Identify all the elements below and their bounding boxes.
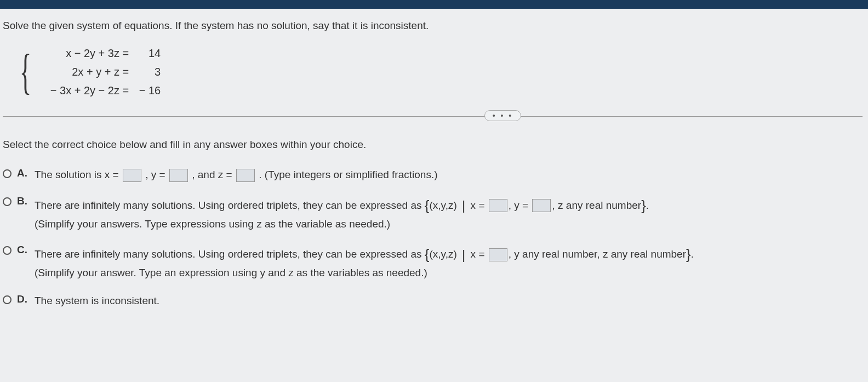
label-b: B. xyxy=(17,195,29,207)
b-close-brace: } xyxy=(641,197,646,214)
choice-instruction: Select the correct choice below and fill… xyxy=(3,139,863,151)
section-divider: • • • xyxy=(3,116,863,117)
a-post: . (Type integers or simplified fractions… xyxy=(259,169,437,180)
b-xeq: x = xyxy=(467,199,484,210)
c-input-x[interactable] xyxy=(489,248,507,261)
c-pre: There are infinitely many solutions. Usi… xyxy=(35,248,425,260)
b-tail: , z any real number xyxy=(552,199,641,210)
radio-d[interactable] xyxy=(3,295,12,304)
divider-line xyxy=(3,116,863,117)
question-prompt: Solve the given system of equations. If … xyxy=(3,20,863,32)
question-content: Solve the given system of equations. If … xyxy=(0,9,868,332)
choice-c: C. There are infinitely many solutions. … xyxy=(3,244,863,281)
c-line2: (Simplify your answer. Type an expressio… xyxy=(35,267,427,278)
radio-a[interactable] xyxy=(3,169,12,178)
radio-c[interactable] xyxy=(3,246,12,255)
expand-button[interactable]: • • • xyxy=(484,110,521,121)
choice-a: A. The solution is x = , y = , and z = .… xyxy=(3,167,863,183)
a-mid1: , y = xyxy=(145,169,165,180)
b-bar: | xyxy=(462,198,465,213)
label-a: A. xyxy=(17,167,29,179)
label-d: D. xyxy=(17,293,29,305)
body-d: The system is inconsistent. xyxy=(35,293,863,309)
equation-1: x − 2y + 3z = 14 xyxy=(45,44,161,62)
b-input-x[interactable] xyxy=(489,199,507,212)
equations-block: x − 2y + 3z = 14 2x + y + z = 3 − 3x + 2… xyxy=(45,44,161,100)
b-open-brace: { xyxy=(425,197,430,214)
a-input-y[interactable] xyxy=(169,169,188,182)
a-pre: The solution is x = xyxy=(35,169,119,180)
body-a: The solution is x = , y = , and z = . (T… xyxy=(35,167,863,183)
c-period: . xyxy=(691,248,694,260)
b-tuple: (x,y,z) xyxy=(430,199,457,210)
b-line2: (Simplify your answers. Type expressions… xyxy=(35,218,390,230)
system-brace: { xyxy=(20,52,32,92)
a-mid2: , and z = xyxy=(192,169,232,180)
c-xeq: x = xyxy=(467,248,484,260)
c-tuple: (x,y,z) xyxy=(430,248,457,260)
window-top-bar xyxy=(0,0,868,9)
choice-b: B. There are infinitely many solutions. … xyxy=(3,195,863,232)
equation-3: − 3x + 2y − 2z = − 16 xyxy=(45,81,161,100)
choices-group: A. The solution is x = , y = , and z = .… xyxy=(3,167,863,309)
equation-2: 2x + y + z = 3 xyxy=(45,62,161,81)
a-input-z[interactable] xyxy=(236,169,255,182)
body-b: There are infinitely many solutions. Usi… xyxy=(35,195,863,232)
c-tail: , y any real number, z any real number xyxy=(509,248,686,260)
a-input-x[interactable] xyxy=(123,169,141,182)
b-period: . xyxy=(646,199,649,210)
c-close-brace: } xyxy=(686,246,691,263)
b-yeq: , y = xyxy=(509,199,528,210)
c-bar: | xyxy=(462,247,465,262)
b-input-y[interactable] xyxy=(532,199,551,212)
choice-d: D. The system is inconsistent. xyxy=(3,293,863,309)
equation-system: { x − 2y + 3z = 14 2x + y + z = 3 − 3x +… xyxy=(14,44,863,100)
c-open-brace: { xyxy=(425,246,430,263)
label-c: C. xyxy=(17,244,29,256)
body-c: There are infinitely many solutions. Usi… xyxy=(35,244,863,281)
b-pre: There are infinitely many solutions. Usi… xyxy=(35,199,425,210)
radio-b[interactable] xyxy=(3,197,12,206)
